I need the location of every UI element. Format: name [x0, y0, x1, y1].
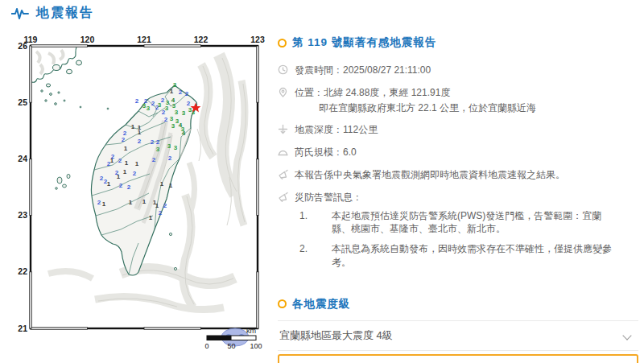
scale-tick-label: 100: [250, 342, 262, 350]
intensity-station: 1: [135, 160, 139, 167]
detail-text: 發震時間：2025/08/27 21:11:00: [295, 64, 638, 77]
intensity-station: 2: [155, 104, 159, 111]
megaphone-icon: [278, 192, 288, 202]
intensity-station: 1: [149, 214, 153, 221]
lon-axis-label: 123: [250, 35, 265, 44]
earthquake-report-page: 地震報告: [0, 0, 644, 363]
alert-item-number: 1.: [299, 209, 332, 237]
detail-text: 芮氏規模：6.0: [295, 146, 638, 159]
intensity-station: 4: [182, 130, 186, 137]
region-accordion-row[interactable]: 臺北市地區最大震度 4級: [278, 354, 638, 363]
intensity-station: 1: [110, 157, 114, 164]
intensity-station: 3: [175, 109, 179, 116]
intensity-station: 1: [169, 182, 173, 189]
intensity-station: 1: [160, 180, 164, 188]
detail-row: 位置：北緯 24.88度，東經 121.91度即在宜蘭縣政府東北方 22.1 公…: [278, 86, 638, 115]
region-label: 宜蘭縣地區最大震度 4級: [279, 328, 393, 343]
intensity-station: 2: [185, 90, 189, 97]
intensity-station: 2: [179, 89, 183, 96]
intensity-station: 3: [182, 109, 186, 117]
intensity-station: 2: [156, 138, 160, 146]
map-terrain: [31, 47, 246, 310]
intensity-station: 3: [173, 81, 177, 89]
intensity-station: 2: [133, 170, 137, 177]
intensity-station: 2: [118, 157, 122, 164]
lat-axis-label: 23: [18, 210, 27, 220]
lat-axis-label: 22: [18, 266, 27, 276]
intensity-station: 2: [122, 136, 126, 143]
intensity-station: 1: [123, 168, 127, 175]
lon-axis-label: 120: [80, 35, 95, 44]
location-pin-icon: [278, 87, 288, 97]
alert-item-text: 本訊息為系統自動發布，因時效需求存在不準確性，僅提供應變參考。: [332, 242, 638, 270]
scale-tick-label: 0: [204, 342, 208, 350]
lon-axis-label: 121: [137, 35, 151, 44]
bullet-icon: [278, 39, 287, 47]
intensity-station: 1: [131, 123, 135, 130]
intensity-station: 3: [170, 115, 174, 122]
intensity-station: 1: [117, 173, 121, 180]
intensity-station: 1: [102, 200, 106, 208]
china-islands: [41, 60, 109, 109]
intensity-station: 1: [125, 159, 129, 167]
detail-text: 地震深度：112公里: [295, 123, 638, 137]
detail-row: 芮氏規模：6.0: [278, 146, 638, 159]
intensity-station: 2: [161, 97, 165, 104]
lat-axis-label: 24: [18, 154, 27, 163]
lat-axis-label: 25: [18, 97, 27, 107]
seismic-wave-icon: [11, 6, 29, 21]
detail-subtext: 即在宜蘭縣政府東北方 22.1 公里，位於宜蘭縣近海: [319, 101, 638, 115]
intensity-section-title: 各地震度級: [292, 297, 351, 311]
intensity-station: 3: [156, 146, 160, 153]
intensity-station: 2: [163, 202, 167, 209]
intensity-station: 3: [165, 105, 169, 112]
intensity-station: 2: [138, 138, 142, 145]
region-accordion-list: 宜蘭縣地區最大震度 4級臺北市地區最大震度 4級信義區 4級木柵 3級臺北市 3…: [278, 320, 638, 363]
intensity-station: 2: [168, 155, 172, 162]
alert-list-item: 2.本訊息為系統自動發布，因時效需求存在不準確性，僅提供應變參考。: [299, 242, 638, 270]
intensity-station: 2: [164, 116, 168, 123]
detail-row: 發震時間：2025/08/27 21:11:00: [278, 64, 638, 77]
alert-list: 1.本起地震預估達災防告警系統(PWS)發送門檻，告警範圍：宜蘭縣、桃園市、基隆…: [299, 209, 638, 270]
report-panel: 第 119 號顯著有感地震報告 發震時間：2025/08/27 21:11:00…: [278, 35, 638, 363]
scale-tick-label: 50: [227, 342, 235, 350]
detail-text: 災防告警訊息：: [295, 191, 638, 204]
depth-icon: [278, 124, 288, 134]
intensity-title-row: 各地震度級: [278, 297, 638, 311]
intensity-station: 2: [107, 160, 111, 167]
page-title: 地震報告: [36, 5, 94, 22]
alert-list-item: 1.本起地震預估達災防告警系統(PWS)發送門檻，告警範圍：宜蘭縣、桃園市、基隆…: [299, 209, 638, 237]
lon-axis-label: 122: [194, 35, 208, 44]
intensity-station: 1: [142, 198, 147, 205]
intensity-station: 3: [167, 142, 171, 150]
intensity-station: 3: [174, 144, 178, 151]
chevron-down-icon: [622, 331, 631, 340]
region-accordion-row[interactable]: 宜蘭縣地區最大震度 4級: [278, 321, 638, 351]
report-details: 發震時間：2025/08/27 21:11:00位置：北緯 24.88度，東經 …: [278, 64, 638, 276]
intensity-station: 1: [170, 88, 174, 95]
intensity-station: 3: [147, 105, 151, 112]
detail-row: 災防告警訊息：1.本起地震預估達災防告警系統(PWS)發送門檻，告警範圍：宜蘭縣…: [278, 191, 638, 276]
intensity-station: 3: [171, 122, 175, 130]
magnitude-icon: [278, 146, 288, 157]
intensity-station: 2: [127, 184, 131, 191]
detail-row: 本報告係中央氣象署地震觀測網即時地震資料地震速報之結果。: [278, 168, 638, 182]
svg-text:km: km: [246, 327, 256, 335]
detail-text: 本報告係中央氣象署地震觀測網即時地震資料地震速報之結果。: [295, 168, 638, 182]
intensity-station: 1: [124, 145, 128, 152]
detail-text: 位置：北緯 24.88度，東經 121.91度: [295, 86, 638, 100]
lat-axis-label: 26: [18, 41, 27, 51]
intensity-section: 各地震度級 宜蘭縣地區最大震度 4級臺北市地區最大震度 4級信義區 4級木柵 3…: [278, 297, 638, 363]
detail-row: 地震深度：112公里: [278, 123, 638, 137]
intensity-station: 2: [162, 109, 166, 116]
intensity-station: 1: [107, 180, 111, 188]
alert-item-text: 本起地震預估達災防告警系統(PWS)發送門檻，告警範圍：宜蘭縣、桃園市、基隆市、…: [332, 209, 638, 237]
intensity-station: 2: [97, 199, 101, 206]
intensity-station: 2: [152, 156, 156, 163]
intensity-station: 1: [129, 199, 133, 206]
intensity-station: 2: [135, 97, 139, 105]
intensity-station: 2: [159, 209, 163, 217]
report-title: 第 119 號顯著有感地震報告: [292, 35, 436, 50]
alert-item-number: 2.: [299, 242, 332, 270]
clock-icon: [278, 64, 288, 75]
